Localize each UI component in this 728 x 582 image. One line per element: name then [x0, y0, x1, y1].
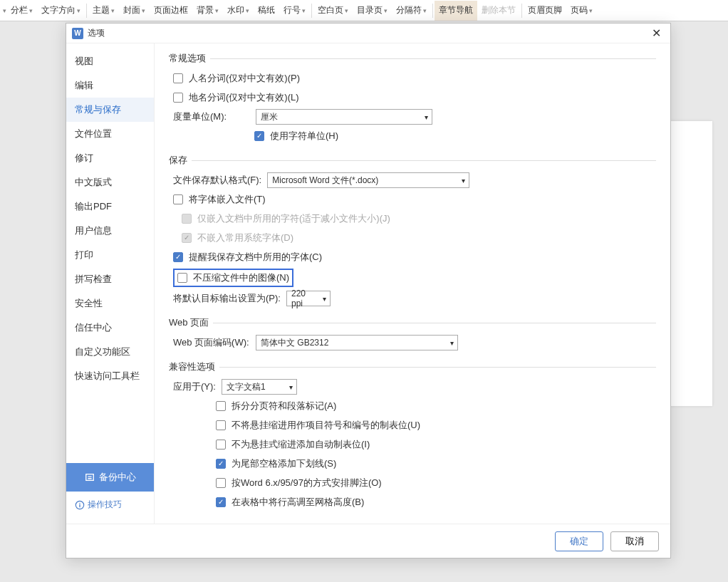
combo-unit[interactable]: 厘米 [256, 109, 432, 125]
backup-center-button[interactable]: 备份中心 [66, 463, 154, 492]
sidebar-item-trust-center[interactable]: 信任中心 [66, 316, 154, 340]
combo-web-encoding[interactable]: 简体中文 GB2312 [256, 335, 458, 350]
checkbox-split-pagebreak[interactable] [216, 401, 226, 411]
sidebar-item-chinese-layout[interactable]: 中文版式 [66, 170, 154, 194]
tips-link[interactable]: 操作技巧 [66, 492, 154, 518]
checkbox-no-hanging-indent[interactable] [216, 420, 226, 430]
ribbon-section-nav[interactable]: 章节导航 [435, 1, 477, 21]
sidebar-item-custom-ribbon[interactable]: 自定义功能区 [66, 340, 154, 364]
info-icon [75, 500, 85, 510]
label-unit: 度量单位(M): [173, 110, 250, 123]
close-icon[interactable]: ✕ [648, 25, 665, 42]
sidebar-item-view[interactable]: 视图 [66, 49, 154, 73]
group-title-save: 保存 [169, 154, 187, 167]
ribbon-manuscript[interactable]: 稿纸 [254, 1, 279, 21]
app-icon: W [72, 28, 83, 39]
ribbon-header-footer[interactable]: 页眉页脚 [524, 1, 566, 21]
checkbox-underline-trailing[interactable] [216, 459, 226, 469]
sidebar-item-output-pdf[interactable]: 输出PDF [66, 194, 154, 219]
cancel-button[interactable]: 取消 [610, 531, 659, 551]
sidebar-item-user-info[interactable]: 用户信息 [66, 219, 154, 243]
combo-apply-to[interactable]: 文字文稿1 [222, 379, 297, 395]
ribbon-separator[interactable]: 分隔符▾ [392, 1, 431, 21]
sidebar-item-security[interactable]: 安全性 [66, 291, 154, 316]
options-dialog: W 选项 ✕ 视图 编辑 常规与保存 文件位置 修订 中文版式 输出PDF 用户… [66, 23, 671, 558]
content-panel: 常规选项 人名分词(仅对中文有效)(P) 地名分词(仅对中文有效)(L) 度量单… [155, 43, 670, 524]
backup-icon [85, 472, 95, 482]
label-apply-to: 应用于(Y): [173, 380, 216, 393]
group-general: 常规选项 人名分词(仅对中文有效)(P) 地名分词(仅对中文有效)(L) 度量单… [169, 52, 656, 144]
label-web-encoding: Web 页面编码(W): [173, 336, 250, 349]
label-no-compress-img: 不压缩文件中的图像(N) [193, 271, 289, 284]
checkbox-embed-used-only [182, 214, 192, 224]
ribbon-page-border[interactable]: 页面边框 [150, 1, 192, 21]
dialog-title: 选项 [88, 27, 648, 39]
checkbox-embed-fonts[interactable] [173, 194, 183, 204]
label-split-pagebreak: 拆分分页符和段落标记(A) [232, 400, 336, 412]
label-underline-trailing: 为尾部空格添加下划线(S) [232, 457, 336, 470]
group-title-web: Web 页面 [169, 316, 209, 329]
label-place-seg: 地名分词(仅对中文有效)(L) [189, 91, 299, 104]
ribbon-delete-section: 删除本节 [477, 1, 520, 21]
label-remind-fonts: 提醒我保存文档中所用的字体(C) [189, 251, 322, 264]
ribbon-columns[interactable]: 分栏▾ [6, 1, 37, 21]
ok-button[interactable]: 确定 [555, 531, 603, 551]
label-table-row-height: 在表格中将行高调至网格高度(B) [232, 496, 364, 509]
label-embed-used-only: 仅嵌入文档中所用的字符(适于减小文件大小)(J) [197, 212, 390, 225]
label-default-output: 将默认目标输出设置为(P): [173, 292, 281, 305]
separator [432, 4, 433, 18]
combo-format[interactable]: Microsoft Word 文件(*.docx) [267, 172, 469, 188]
sidebar-item-revision[interactable]: 修订 [66, 146, 154, 170]
dialog-titlebar: W 选项 ✕ [66, 24, 670, 43]
label-no-auto-tab: 不为悬挂式缩进添加自动制表位(I) [232, 438, 370, 451]
group-compat: 兼容性选项 应用于(Y):文字文稿1 拆分分页符和段落标记(A) 不将悬挂缩进用… [169, 360, 656, 510]
label-no-hanging-indent: 不将悬挂缩进用作项目符号和编号的制表位(U) [232, 419, 420, 432]
checkbox-remind-fonts[interactable] [173, 252, 183, 262]
sidebar: 视图 编辑 常规与保存 文件位置 修订 中文版式 输出PDF 用户信息 打印 拼… [66, 43, 155, 524]
checkbox-name-seg[interactable] [173, 73, 183, 83]
ribbon: ▾ 分栏▾ 文字方向▾ 主题▾ 封面▾ 页面边框 背景▾ 水印▾ 稿纸 行号▾ … [0, 0, 728, 21]
label-no-embed-system: 不嵌入常用系统字体(D) [197, 232, 293, 244]
checkbox-no-compress-img[interactable] [177, 273, 187, 283]
label-embed-fonts: 将字体嵌入文件(T) [189, 193, 266, 206]
group-title-compat: 兼容性选项 [169, 360, 215, 373]
highlighted-option: 不压缩文件中的图像(N) [173, 269, 293, 287]
group-title-general: 常规选项 [169, 52, 206, 65]
checkbox-table-row-height[interactable] [216, 497, 226, 507]
label-word6-footnote: 按Word 6.x/95/97的方式安排脚注(O) [232, 477, 382, 489]
checkbox-char-unit[interactable] [254, 131, 264, 141]
ribbon-theme[interactable]: 主题▾ [88, 1, 119, 21]
combo-default-output[interactable]: 220 ppi [286, 291, 331, 306]
ribbon-cover[interactable]: 封面▾ [119, 1, 150, 21]
ribbon-page-number[interactable]: 页码▾ [566, 1, 597, 21]
ribbon-blank-page[interactable]: 空白页▾ [313, 1, 353, 21]
label-format: 文件保存默认格式(F): [173, 174, 261, 187]
ribbon-toc-page[interactable]: 目录页▾ [353, 1, 392, 21]
ribbon-line-number[interactable]: 行号▾ [279, 1, 310, 21]
dialog-footer: 确定 取消 [66, 524, 670, 558]
checkbox-no-auto-tab[interactable] [216, 440, 226, 450]
sidebar-item-quick-access[interactable]: 快速访问工具栏 [66, 364, 154, 388]
ribbon-text-direction[interactable]: 文字方向▾ [37, 1, 85, 21]
ribbon-watermark[interactable]: 水印▾ [223, 1, 254, 21]
label-char-unit: 使用字符单位(H) [270, 130, 338, 142]
sidebar-item-print[interactable]: 打印 [66, 243, 154, 267]
sidebar-item-general-save[interactable]: 常规与保存 [66, 98, 154, 122]
group-save: 保存 文件保存默认格式(F):Microsoft Word 文件(*.docx)… [169, 154, 656, 306]
checkbox-no-embed-system [182, 233, 192, 243]
sidebar-item-spellcheck[interactable]: 拼写检查 [66, 267, 154, 291]
sidebar-item-edit[interactable]: 编辑 [66, 73, 154, 98]
checkbox-word6-footnote[interactable] [216, 478, 226, 488]
ribbon-background[interactable]: 背景▾ [192, 1, 223, 21]
svg-rect-0 [85, 474, 93, 481]
checkbox-place-seg[interactable] [173, 93, 183, 103]
sidebar-item-file-location[interactable]: 文件位置 [66, 122, 154, 146]
group-web: Web 页面 Web 页面编码(W):简体中文 GB2312 [169, 316, 656, 350]
separator [86, 4, 87, 18]
separator [521, 4, 522, 18]
separator [311, 4, 312, 18]
label-name-seg: 人名分词(仅对中文有效)(P) [189, 72, 300, 85]
